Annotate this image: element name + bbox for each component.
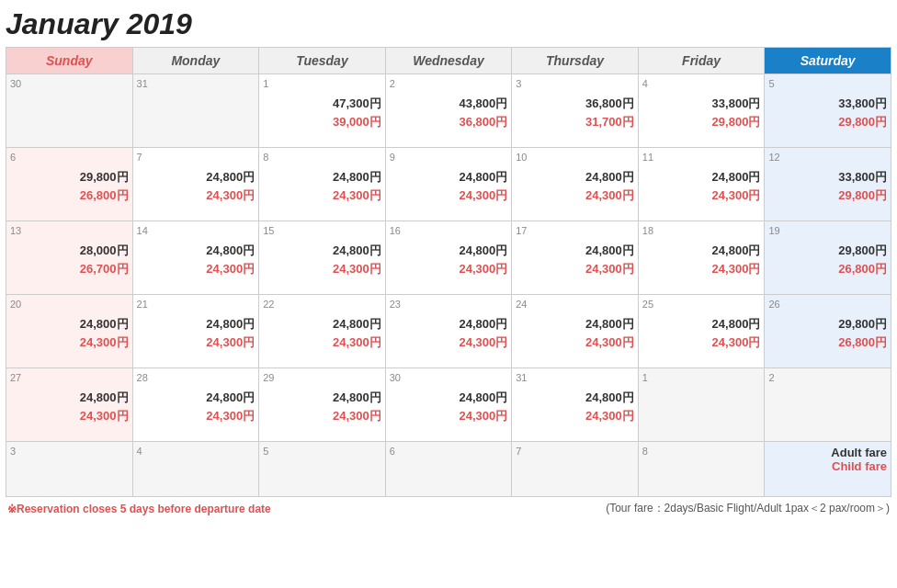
day-number: 24 <box>516 299 634 310</box>
price-adult: 24,800円 <box>642 315 761 334</box>
day-number: 6 <box>390 446 508 457</box>
day-number: 5 <box>768 78 887 89</box>
calendar-cell: 7 <box>512 442 639 497</box>
calendar-header: SundayMondayTuesdayWednesdayThursdayFrid… <box>6 48 891 74</box>
price-adult: 24,800円 <box>390 389 508 407</box>
day-number: 7 <box>516 446 634 457</box>
calendar-cell: 2224,800円24,300円 <box>259 295 386 368</box>
day-number: 11 <box>642 152 761 163</box>
price-adult: 24,800円 <box>516 315 634 334</box>
calendar-cell: 629,800円26,800円 <box>6 148 133 221</box>
calendar-cell: Adult fareChild fare <box>765 442 891 497</box>
header-tuesday: Tuesday <box>259 48 386 74</box>
price-adult: 24,800円 <box>137 389 255 407</box>
calendar-cell: 2724,800円24,300円 <box>6 368 133 442</box>
price-child: 24,300円 <box>642 187 761 205</box>
day-number: 31 <box>137 78 255 89</box>
header-sunday: Sunday <box>6 48 133 74</box>
legend-adult-label: Adult fare <box>768 446 887 459</box>
day-number: 5 <box>263 446 381 457</box>
header-monday: Monday <box>132 48 259 74</box>
calendar-cell: 31 <box>132 74 259 148</box>
header-wednesday: Wednesday <box>385 48 512 74</box>
price-adult: 24,800円 <box>390 168 508 187</box>
calendar-cell: 1124,800円24,300円 <box>638 148 765 221</box>
day-number: 27 <box>10 372 129 383</box>
price-adult: 24,800円 <box>10 315 129 334</box>
price-child: 24,300円 <box>263 407 381 425</box>
price-child: 26,700円 <box>10 260 129 278</box>
day-number: 16 <box>390 225 508 236</box>
day-number: 6 <box>10 152 129 163</box>
day-number: 30 <box>390 372 508 383</box>
price-child: 24,300円 <box>137 187 255 205</box>
footnote-right: (Tour fare：2days/Basic Flight/Adult 1pax… <box>606 501 890 516</box>
page-title: January 2019 <box>6 7 891 41</box>
calendar-cell: 3 <box>6 442 133 497</box>
calendar-cell: 8 <box>638 442 765 497</box>
price-child: 24,300円 <box>263 260 381 278</box>
calendar-cell: 2024,800円24,300円 <box>6 295 133 368</box>
price-child: 26,800円 <box>768 334 887 352</box>
price-child: 36,800円 <box>390 113 508 131</box>
day-number: 9 <box>390 152 508 163</box>
price-adult: 24,800円 <box>137 168 255 187</box>
calendar-cell: 5 <box>259 442 386 497</box>
price-child: 26,800円 <box>10 187 129 205</box>
price-adult: 29,800円 <box>768 242 887 260</box>
calendar-cell: 243,800円36,800円 <box>385 74 512 148</box>
calendar-cell: 147,300円39,000円 <box>259 74 386 148</box>
calendar-cell: 1 <box>638 368 765 442</box>
calendar-cell: 2324,800円24,300円 <box>385 295 512 368</box>
price-child: 24,300円 <box>516 407 634 425</box>
price-adult: 28,000円 <box>10 242 129 260</box>
calendar-cell: 2824,800円24,300円 <box>132 368 259 442</box>
price-child: 29,800円 <box>642 113 761 131</box>
price-adult: 24,800円 <box>263 242 381 260</box>
day-number: 18 <box>642 225 761 236</box>
calendar-cell: 2 <box>765 368 891 442</box>
price-child: 29,800円 <box>768 113 887 131</box>
calendar-cell: 1424,800円24,300円 <box>132 221 259 295</box>
day-number: 29 <box>263 372 381 383</box>
day-number: 14 <box>137 225 255 236</box>
calendar-cell: 1929,800円26,800円 <box>765 221 891 295</box>
price-child: 39,000円 <box>263 113 381 131</box>
calendar-body: 3031147,300円39,000円243,800円36,800円336,80… <box>6 74 891 497</box>
day-number: 25 <box>642 299 761 310</box>
header-saturday: Saturday <box>765 48 891 74</box>
day-number: 2 <box>768 372 887 383</box>
price-adult: 24,800円 <box>137 242 255 260</box>
price-adult: 47,300円 <box>263 95 381 113</box>
day-number: 20 <box>10 299 129 310</box>
price-child: 31,700円 <box>516 113 634 131</box>
day-number: 8 <box>263 152 381 163</box>
price-adult: 24,800円 <box>516 389 634 407</box>
price-child: 24,300円 <box>137 334 255 352</box>
calendar-cell: 2629,800円26,800円 <box>765 295 891 368</box>
price-adult: 24,800円 <box>10 389 129 407</box>
day-number: 12 <box>768 152 887 163</box>
day-number: 19 <box>768 225 887 236</box>
price-child: 24,300円 <box>642 260 761 278</box>
price-child: 24,300円 <box>516 334 634 352</box>
price-adult: 36,800円 <box>516 95 634 113</box>
price-adult: 29,800円 <box>768 315 887 334</box>
price-child: 24,300円 <box>390 407 508 425</box>
price-adult: 24,800円 <box>263 168 381 187</box>
day-number: 8 <box>642 446 761 457</box>
calendar-cell: 1524,800円24,300円 <box>259 221 386 295</box>
price-child: 24,300円 <box>137 407 255 425</box>
day-number: 2 <box>390 78 508 89</box>
day-number: 17 <box>516 225 634 236</box>
day-number: 13 <box>10 225 129 236</box>
calendar-cell: 533,800円29,800円 <box>765 74 891 148</box>
calendar-cell: 1233,800円29,800円 <box>765 148 891 221</box>
footnote-row: ※Reservation closes 5 days before depart… <box>6 501 891 516</box>
price-adult: 33,800円 <box>642 95 761 113</box>
calendar-table: SundayMondayTuesdayWednesdayThursdayFrid… <box>6 47 891 497</box>
header-thursday: Thursday <box>512 48 639 74</box>
price-adult: 24,800円 <box>263 315 381 334</box>
price-adult: 24,800円 <box>390 315 508 334</box>
calendar-cell: 6 <box>385 442 512 497</box>
